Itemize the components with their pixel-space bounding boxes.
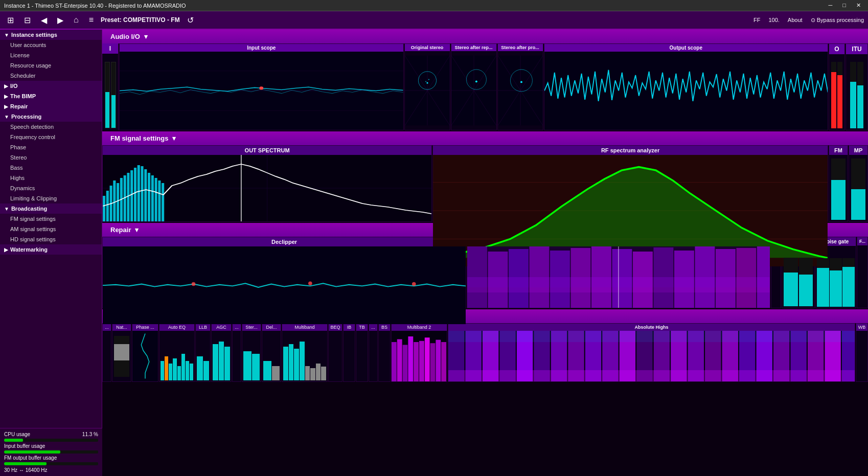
close-button[interactable]: ✕ (853, 2, 864, 9)
fm-fill (831, 180, 846, 220)
sidebar-item-resource-usage[interactable]: Resource usage (0, 60, 102, 71)
maximize-button[interactable]: □ (839, 2, 849, 9)
toolbar-grid-btn[interactable]: ⊟ (21, 14, 34, 26)
fm-meter-label: FM (829, 146, 848, 155)
svg-rect-40 (130, 170, 133, 221)
out-spectrum-svg (103, 155, 431, 221)
out-spectrum-canvas (103, 155, 431, 221)
multiband-panel: Multiband (282, 323, 328, 382)
svg-rect-117 (448, 331, 855, 342)
output-scope-canvas (544, 52, 828, 130)
toolbar-settings-btn[interactable]: ≡ (86, 14, 97, 26)
sidebar-item-bass[interactable]: Bass (0, 163, 102, 173)
input-buffer-label: Input buffer usage (4, 443, 45, 449)
stereo-after-pro-label: Stereo after pro... (498, 44, 543, 51)
cpu-bar-bg (4, 439, 98, 442)
sidebar-item-broadcasting[interactable]: ▼ Broadcasting (0, 203, 102, 214)
title-bar: Instance 1 - Thimeo ST-Enterpise 10.40 -… (0, 0, 868, 11)
sidebar-item-repair[interactable]: ▶ Repair (0, 101, 102, 111)
processing-label: Processing (11, 114, 41, 120)
preset-reset-btn[interactable]: ↺ (184, 14, 197, 26)
toolbar-back-btn[interactable]: ◀ (38, 14, 50, 26)
fm-signal-header[interactable]: FM signal settings ▾ (102, 131, 868, 145)
original-stereo-panel: Original stereo (404, 43, 450, 130)
sidebar-item-scheduler[interactable]: Scheduler (0, 71, 102, 81)
original-stereo-canvas (405, 51, 450, 130)
toolbar-home-btn[interactable]: ⌂ (71, 14, 82, 26)
highs-label: Highs (10, 175, 25, 181)
svg-rect-48 (158, 180, 161, 221)
fm-bar-bg (4, 462, 98, 465)
sidebar-item-license[interactable]: License (0, 50, 102, 60)
o-fill-left (831, 72, 836, 129)
sidebar-item-am-signal[interactable]: AM signal settings (0, 224, 102, 234)
sidebar-item-fm-signal[interactable]: FM signal settings (0, 214, 102, 224)
fm-bar (831, 158, 846, 220)
sidebar-label: Instance settings (11, 32, 57, 38)
fm-signal-title: FM signal settings (110, 134, 168, 142)
sidebar-item-hd-signal[interactable]: HD signal settings (0, 234, 102, 244)
original-stereo-svg (405, 51, 450, 130)
ff-label[interactable]: FF (753, 17, 760, 23)
minimize-button[interactable]: ─ (826, 2, 836, 9)
bypass-btn[interactable]: ⊙ Bypass processing (811, 17, 864, 24)
ib-panel: IB (343, 323, 355, 382)
o-meter-panel: O (829, 43, 845, 130)
svg-rect-32 (103, 196, 105, 221)
license-label: License (10, 52, 30, 58)
repair-title: Repair (110, 226, 131, 234)
multiband2-label: Multiband 2 (392, 324, 447, 331)
wb-panel: WB (856, 323, 868, 382)
svg-rect-41 (134, 168, 136, 221)
svg-rect-87 (419, 341, 424, 381)
sidebar-item-instance-settings[interactable]: ▼ Instance settings (0, 30, 102, 40)
toolbar: ⊞ ⊟ ◀ ▶ ⌂ ≡ Preset: COMPETITIVO - FM ↺ F… (0, 11, 868, 30)
audio-io-header[interactable]: Audio I/O ▾ (102, 30, 868, 43)
output-scope-panel: Output scope (544, 43, 829, 130)
rf-spectrum-label: RF spectrum analyzer (433, 146, 828, 155)
rf-spectrum-panel: RF spectrum analyzer (432, 145, 828, 222)
llb-label: LLB (196, 324, 210, 331)
svg-rect-33 (106, 191, 109, 221)
toolbar-prev-btn[interactable]: ⊞ (4, 14, 17, 26)
itu-bar-right (857, 62, 863, 128)
ioo-label[interactable]: 100. (768, 17, 779, 23)
svg-point-20 (475, 80, 477, 82)
arrow-icon: ▼ (4, 32, 9, 38)
stereo-after-pro-panel: Stereo after pro... (497, 43, 543, 130)
sidebar-item-io[interactable]: ▶ I/O (0, 81, 102, 91)
sidebar-item-user-accounts[interactable]: User accounts (0, 40, 102, 50)
audio-io-content: I Input scope (102, 43, 868, 130)
o-meter-body (829, 54, 844, 130)
bottom-status: CPU usage 11.3 % Input buffer usage FM o… (0, 428, 102, 476)
sidebar-item-stereo[interactable]: Stereo (0, 152, 102, 163)
ster-label: Ster... (242, 324, 261, 331)
speech-detection-label: Speech detection (10, 124, 54, 130)
cpu-status-row: CPU usage 11.3 % (4, 432, 98, 437)
processing-content: ... Nat... Phase ... (102, 323, 868, 382)
output-scope-svg (544, 52, 828, 130)
sidebar-item-dynamics[interactable]: Dynamics (0, 183, 102, 193)
multiband-label: Multiband (282, 324, 327, 331)
sidebar-item-highs[interactable]: Highs (0, 173, 102, 183)
sidebar-item-limiting-clipping[interactable]: Limiting & Clipping (0, 193, 102, 203)
bs-label: BS (379, 324, 390, 331)
svg-rect-42 (138, 165, 140, 221)
i-meter-label: I (102, 43, 118, 54)
sidebar-item-watermarking[interactable]: ▶ Watermarking (0, 244, 102, 255)
fm-output-row: FM output buffer usage (4, 455, 98, 461)
itu-meter-label: ITU (846, 44, 867, 54)
f-dots-panel: F... (857, 237, 868, 308)
toolbar-forward-btn[interactable]: ▶ (54, 14, 66, 26)
sidebar-item-bimp[interactable]: ▶ The BIMP (0, 91, 102, 101)
svg-rect-89 (430, 343, 436, 381)
sidebar-item-processing[interactable]: ▼ Processing (0, 111, 102, 122)
am-signal-label: AM signal settings (10, 226, 56, 232)
sidebar-item-speech-detection[interactable]: Speech detection (0, 122, 102, 132)
auto-eq-bars (159, 331, 194, 381)
sidebar-item-phase[interactable]: Phase (0, 142, 102, 152)
about-btn[interactable]: About (788, 17, 803, 23)
svg-rect-44 (144, 169, 147, 221)
sidebar-item-frequency-control[interactable]: Frequency control (0, 132, 102, 142)
arrow-icon: ▶ (4, 247, 8, 253)
